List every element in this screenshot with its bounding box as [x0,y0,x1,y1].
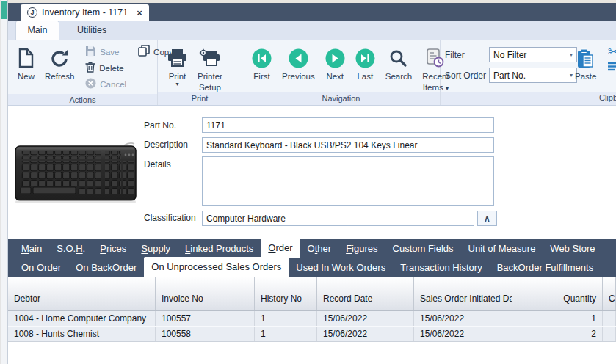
save-icon [85,46,96,59]
ribbon-group-actions: New Refresh Save [8,40,158,105]
cell: 15/06/2022 [317,327,414,341]
cell: 1008 - Hunts Chemist [8,327,156,341]
part-no-input[interactable] [202,117,494,133]
actions-group-label: Actions [8,94,157,105]
cell: 15/06/2022 [414,327,512,341]
trash-icon [85,62,95,76]
tab-custom-fields[interactable]: Custom Fields [385,239,461,258]
column-header-debtor[interactable]: Debtor [8,277,156,310]
tab-unit-of-measure[interactable]: Unit of Measure [461,239,543,258]
details-textarea[interactable] [202,156,494,206]
refresh-button[interactable]: Refresh [40,43,79,94]
cell: 15/06/2022 [317,311,414,326]
paste-clipboard-icon [577,46,594,70]
tab-prices[interactable]: Prices [93,239,134,258]
inventory-item-window: J Inventory Item - 1171 × Main Utilities… [0,0,616,364]
first-button[interactable]: First [247,43,277,92]
save-button[interactable]: Save [82,44,129,60]
search-button[interactable]: Search [380,43,417,92]
cell [603,327,616,341]
part-no-label: Part No. [144,120,176,131]
previous-record-icon [289,46,308,70]
subtab-on-unprocessed-sales-orders[interactable]: On Unprocessed Sales Orders [144,257,289,277]
tab-linked-products[interactable]: Linked Products [178,239,261,258]
filter-sort-group-label [441,92,565,105]
print-dropdown-icon[interactable]: ▾ [175,81,178,87]
grid-body: 1004 - Home Computer Company100557115/06… [8,311,616,342]
details-label: Details [144,159,171,170]
document-tab[interactable]: J Inventory Item - 1171 × [21,4,149,21]
copy-pages-icon [138,45,150,59]
cell: 1 [255,311,317,326]
last-button[interactable]: Last [350,43,380,92]
copy-clipboard-button[interactable] [604,60,616,76]
table-row[interactable]: 1004 - Home Computer Company100557115/06… [8,311,616,327]
cut-scissors-icon: ✂ [607,45,616,59]
filter-label: Filter [445,50,489,60]
tab-other[interactable]: Other [300,239,339,258]
filter-select[interactable]: No Filter ▾ [489,47,577,62]
ribbon-tab-utilities[interactable]: Utilities [59,21,124,40]
subtab-on-order[interactable]: On Order [14,258,68,277]
printer-setup-icon [199,46,221,70]
rail-accent-block [1,1,7,19]
cell: 1004 - Home Computer Company [8,311,156,326]
tab-order[interactable]: Order [261,238,300,258]
ribbon-tab-main[interactable]: Main [15,21,59,40]
next-record-icon [325,46,345,70]
table-row[interactable]: 1008 - Hunts Chemist100558115/06/202215/… [8,327,616,342]
tab-s-o-h[interactable]: S.O.H. [49,239,93,258]
column-header-quantity[interactable]: Quantity [512,277,603,310]
tab-main[interactable]: Main [14,239,49,258]
column-header-invoice-no[interactable]: Invoice No [156,277,255,310]
previous-button[interactable]: Previous [277,43,320,92]
cut-button[interactable]: ✂ [604,44,616,60]
tab-figures[interactable]: Figures [338,239,385,258]
subtab-backorder-fulfillments[interactable]: BackOrder Fulfillments [490,258,601,277]
cell: 100557 [156,311,255,326]
subtab-transaction-history[interactable]: Transaction History [393,258,490,277]
chevron-up-icon: ∧ [484,214,490,224]
last-record-icon [355,46,375,70]
classification-input[interactable] [202,211,474,226]
delete-button[interactable]: Delete [82,60,129,76]
sort-order-select[interactable]: Part No. ▾ [489,68,577,83]
description-label: Description [144,139,188,150]
copy-lines-icon [607,62,616,75]
subtab-on-backorder[interactable]: On BackOrder [68,258,144,277]
clipboard-group-label: Clipboard [565,92,616,105]
print-button[interactable]: Print ▾ [162,43,192,92]
new-document-icon [18,46,35,70]
search-icon [389,46,407,70]
ribbon-group-navigation: First Previous Next [242,40,441,105]
ribbon-group-print: Print ▾ Printer Setup Print [158,40,242,105]
new-button[interactable]: New [12,43,40,94]
detail-tab-strip: MainS.O.H.PricesSupplyLinked ProductsOrd… [8,239,616,258]
printer-setup-button[interactable]: Printer Setup [192,43,228,92]
next-button[interactable]: Next [320,43,350,92]
cell: 2 [512,327,603,341]
description-input[interactable] [202,137,494,153]
cell [603,311,616,326]
paste-button[interactable]: Paste [570,43,601,92]
tab-supply[interactable]: Supply [134,239,178,258]
item-form-panel: Part No. Description Details Classificat… [8,106,616,239]
column-header-sales-order-initiated-date[interactable]: Sales Order Initiated Date [414,277,512,310]
tab-web-store[interactable]: Web Store [543,239,602,258]
navigation-group-label: Navigation [242,92,440,105]
close-icon[interactable]: × [137,7,142,18]
cancel-button[interactable]: Cancel [82,76,129,92]
column-header-history-no[interactable]: History No [255,277,317,310]
cell: 100558 [156,327,255,341]
column-header-record-date[interactable]: Record Date [317,277,414,310]
classification-label: Classification [144,213,196,223]
subtab-used-in-work-orders[interactable]: Used In Work Orders [289,258,393,277]
sort-order-label: Sort Order [445,70,489,81]
cell: 1 [255,327,317,341]
ribbon: New Refresh Save [8,40,616,106]
column-header-c[interactable]: C [603,277,616,310]
jiwa-logo-icon: J [27,7,37,18]
classification-expand-button[interactable]: ∧ [477,211,497,226]
cell: 1 [512,311,603,326]
first-record-icon [252,46,272,70]
